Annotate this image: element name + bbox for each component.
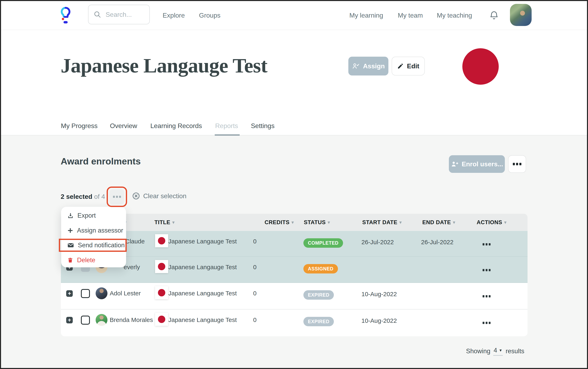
results-footer: Showing 4 ▼ results [466, 347, 524, 356]
circle-x-icon [132, 192, 140, 200]
page-more-actions-button[interactable] [508, 155, 526, 173]
download-icon [67, 212, 74, 219]
learner-name[interactable]: everly [124, 264, 140, 271]
selection-count-bold: 2 selected [61, 193, 92, 200]
bulk-actions-button[interactable] [109, 189, 124, 204]
enrol-users-button[interactable]: Enrol users... [449, 155, 505, 173]
person-plus-icon [451, 160, 459, 168]
nav-link-my-teaching[interactable]: My teaching [437, 1, 472, 30]
menu-item-export[interactable]: Export [67, 211, 96, 220]
selection-count: 2 selected of 4 [61, 193, 105, 200]
search-icon [94, 11, 101, 18]
brand-lightbulb-logo[interactable] [60, 5, 71, 26]
menu-item-delete[interactable]: Delete [67, 256, 95, 265]
tab-settings[interactable]: Settings [251, 117, 274, 135]
notification-bell-icon[interactable] [489, 10, 499, 21]
column-header-start-date[interactable]: START DATE▾ [362, 214, 402, 231]
tab-my-progress[interactable]: My Progress [61, 117, 98, 135]
expand-row-button[interactable]: + [66, 290, 73, 297]
results-label: results [506, 348, 524, 355]
learner-name[interactable]: Adol Lester [110, 290, 141, 297]
tab-reports-active[interactable]: Reports [215, 117, 238, 135]
avatar [96, 314, 108, 326]
assign-button[interactable]: Assign [348, 57, 388, 75]
row-actions-button[interactable] [483, 322, 490, 324]
credits-value: 0 [253, 264, 257, 271]
ellipsis-icon [483, 295, 490, 297]
sort-caret-icon: ▾ [172, 220, 175, 225]
column-header-title[interactable]: TITLE▾ [155, 214, 175, 231]
column-header-credits[interactable]: CREDITS▾ [265, 214, 294, 231]
row-checkbox[interactable] [81, 316, 90, 325]
table-row[interactable]: + Claude Japanese Langauge Test 0 COMPLE… [61, 231, 528, 257]
menu-item-label: Delete [77, 256, 95, 264]
menu-item-label: Export [78, 212, 96, 219]
page-title: Japanese Langauge Test [61, 54, 267, 77]
column-header-status[interactable]: STATUS▾ [304, 214, 330, 231]
sort-caret-icon: ▾ [292, 220, 294, 225]
assign-button-label: Assign [363, 62, 385, 70]
credits-value: 0 [253, 317, 257, 323]
course-thumbnail-japan-flag [155, 286, 168, 299]
row-actions-button[interactable] [483, 295, 490, 297]
course-title[interactable]: Japanese Langauge Test [168, 238, 237, 245]
tabs-bar: My Progress Overview Learning Records Re… [1, 117, 587, 135]
row-checkbox[interactable] [81, 289, 90, 298]
selection-count-of: of 4 [94, 193, 105, 200]
ellipsis-icon [483, 243, 490, 246]
edit-button[interactable]: Edit [392, 57, 425, 75]
global-search[interactable] [88, 5, 150, 24]
row-actions-button[interactable] [483, 269, 490, 271]
column-header-end-date[interactable]: END DATE▾ [422, 214, 455, 231]
clear-selection-button[interactable]: Clear selection [132, 192, 186, 200]
user-avatar[interactable] [510, 4, 532, 26]
ellipsis-icon [113, 196, 121, 198]
course-title[interactable]: Japanese Langauge Test [168, 264, 237, 271]
credits-value: 0 [253, 290, 257, 297]
table-body: + Claude Japanese Langauge Test 0 COMPLE… [61, 231, 528, 336]
showing-label: Showing [466, 348, 490, 355]
table-row[interactable]: + Brenda Morales Japanese Langauge Test … [61, 309, 528, 336]
menu-item-send-notification[interactable]: Send notification [67, 241, 125, 250]
search-input[interactable] [105, 11, 143, 19]
menu-item-assign-assessor[interactable]: Assign assessor [67, 226, 123, 235]
table-row[interactable]: + Adol Lester Japanese Langauge Test 0 E… [61, 283, 528, 309]
end-date: 26-Jul-2022 [421, 239, 453, 246]
app-window: Explore Groups My learning My team My te… [0, 0, 588, 369]
enrol-users-button-label: Enrol users... [462, 160, 503, 168]
nav-link-my-team[interactable]: My team [398, 1, 423, 30]
course-thumbnail-japan-flag [155, 234, 168, 247]
column-header-actions[interactable]: ACTIONS▾ [477, 214, 507, 231]
learner-name[interactable]: Claude [125, 238, 145, 245]
nav-link-explore[interactable]: Explore [163, 1, 185, 30]
pencil-icon [397, 63, 404, 69]
status-badge: COMPLETED [304, 238, 343, 248]
course-thumbnail-japan-flag [155, 313, 168, 326]
tab-learning-records[interactable]: Learning Records [150, 117, 202, 135]
status-badge: EXPIRED [304, 290, 334, 300]
active-tab-underline [215, 134, 240, 136]
award-image-japan-flag [462, 48, 499, 85]
start-date: 26-Jul-2022 [362, 239, 394, 246]
course-title[interactable]: Japanese Langauge Test [168, 317, 237, 323]
row-actions-button[interactable] [483, 243, 490, 246]
course-title[interactable]: Japanese Langauge Test [168, 290, 237, 297]
envelope-icon [67, 242, 74, 249]
ellipsis-icon [483, 269, 490, 271]
edit-button-label: Edit [407, 62, 419, 70]
table-row[interactable]: + everly Japanese Langauge Test 0 ASSIGN… [61, 257, 528, 283]
nav-link-my-learning[interactable]: My learning [349, 1, 383, 30]
learner-name[interactable]: Brenda Morales [110, 317, 153, 323]
expand-row-button[interactable]: + [66, 317, 73, 323]
chevron-down-icon: ▼ [499, 348, 502, 353]
status-badge: EXPIRED [304, 317, 334, 326]
plus-icon [67, 227, 73, 234]
tab-overview[interactable]: Overview [110, 117, 137, 135]
page-size-value: 4 [494, 347, 497, 354]
page-size-dropdown[interactable]: 4 ▼ [493, 347, 503, 356]
menu-item-label: Send notification [78, 242, 125, 249]
sort-caret-icon: ▾ [328, 220, 330, 225]
course-thumbnail-japan-flag [155, 260, 168, 273]
nav-link-groups[interactable]: Groups [199, 1, 220, 30]
sort-caret-icon: ▾ [399, 220, 402, 225]
